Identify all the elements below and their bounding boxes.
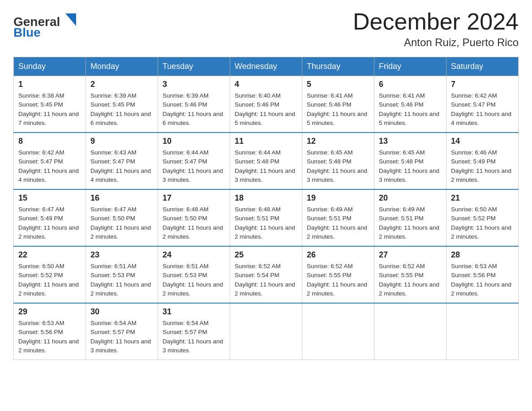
calendar-cell: 28Sunrise: 6:53 AMSunset: 5:56 PMDayligh… — [446, 246, 519, 303]
sunrise-text: Sunrise: 6:52 AM — [379, 262, 442, 271]
daylight-text: Daylight: 11 hours and 3 minutes. — [163, 167, 225, 185]
daylight-text: Daylight: 11 hours and 2 minutes. — [307, 223, 369, 242]
header-sunday: Sunday — [14, 57, 86, 76]
day-number: 16 — [90, 193, 153, 203]
sunset-text: Sunset: 5:50 PM — [163, 214, 225, 223]
daylight-text: Daylight: 11 hours and 6 minutes. — [90, 110, 153, 128]
day-number: 23 — [90, 250, 153, 260]
logo-svg: General Blue — [13, 9, 83, 40]
calendar-cell — [230, 303, 302, 360]
sunset-text: Sunset: 5:51 PM — [307, 214, 369, 223]
daylight-text: Daylight: 11 hours and 2 minutes. — [163, 223, 225, 242]
sunset-text: Sunset: 5:50 PM — [90, 214, 153, 223]
header-friday: Friday — [374, 57, 446, 76]
daylight-text: Daylight: 11 hours and 2 minutes. — [451, 167, 514, 185]
calendar-cell — [302, 303, 374, 360]
day-number: 6 — [379, 80, 442, 89]
svg-text:Blue: Blue — [13, 26, 41, 39]
calendar-cell: 8Sunrise: 6:42 AMSunset: 5:47 PMDaylight… — [14, 133, 86, 189]
sunrise-text: Sunrise: 6:44 AM — [163, 148, 225, 157]
day-info: Sunrise: 6:47 AMSunset: 5:49 PMDaylight:… — [18, 205, 81, 241]
sunset-text: Sunset: 5:45 PM — [18, 100, 81, 109]
day-info: Sunrise: 6:47 AMSunset: 5:50 PMDaylight:… — [90, 205, 153, 241]
sunset-text: Sunset: 5:56 PM — [18, 328, 81, 337]
daylight-text: Daylight: 11 hours and 2 minutes. — [163, 280, 225, 299]
daylight-text: Daylight: 11 hours and 7 minutes. — [18, 110, 81, 128]
day-number: 21 — [451, 193, 514, 203]
sunrise-text: Sunrise: 6:43 AM — [90, 148, 153, 157]
calendar-cell: 11Sunrise: 6:44 AMSunset: 5:48 PMDayligh… — [230, 133, 302, 189]
sunset-text: Sunset: 5:45 PM — [90, 100, 153, 109]
sunrise-text: Sunrise: 6:47 AM — [18, 205, 81, 214]
sunset-text: Sunset: 5:46 PM — [163, 100, 225, 109]
sunrise-text: Sunrise: 6:52 AM — [235, 262, 297, 271]
calendar-cell: 9Sunrise: 6:43 AMSunset: 5:47 PMDaylight… — [86, 133, 158, 189]
calendar-cell: 22Sunrise: 6:50 AMSunset: 5:52 PMDayligh… — [14, 246, 86, 303]
calendar-cell: 3Sunrise: 6:39 AMSunset: 5:46 PMDaylight… — [158, 76, 230, 133]
title-block: December 2024 Anton Ruiz, Puerto Rico — [353, 9, 519, 49]
day-info: Sunrise: 6:49 AMSunset: 5:51 PMDaylight:… — [379, 205, 442, 241]
day-number: 9 — [90, 137, 153, 146]
day-info: Sunrise: 6:41 AMSunset: 5:46 PMDaylight:… — [307, 91, 369, 128]
calendar-cell: 18Sunrise: 6:48 AMSunset: 5:51 PMDayligh… — [230, 189, 302, 246]
daylight-text: Daylight: 11 hours and 2 minutes. — [90, 223, 153, 242]
day-info: Sunrise: 6:43 AMSunset: 5:47 PMDaylight:… — [90, 148, 153, 184]
day-info: Sunrise: 6:48 AMSunset: 5:50 PMDaylight:… — [163, 205, 225, 241]
sunrise-text: Sunrise: 6:54 AM — [163, 319, 225, 328]
day-number: 13 — [379, 137, 442, 146]
day-number: 3 — [163, 80, 225, 89]
calendar-cell — [374, 303, 446, 360]
calendar-cell — [446, 303, 519, 360]
sunrise-text: Sunrise: 6:42 AM — [451, 91, 514, 100]
daylight-text: Daylight: 11 hours and 5 minutes. — [379, 110, 442, 128]
sunrise-text: Sunrise: 6:39 AM — [90, 91, 153, 100]
calendar-cell: 20Sunrise: 6:49 AMSunset: 5:51 PMDayligh… — [374, 189, 446, 246]
day-info: Sunrise: 6:50 AMSunset: 5:52 PMDaylight:… — [18, 262, 81, 298]
daylight-text: Daylight: 11 hours and 5 minutes. — [307, 110, 369, 128]
day-info: Sunrise: 6:52 AMSunset: 5:54 PMDaylight:… — [235, 262, 297, 298]
sunrise-text: Sunrise: 6:50 AM — [451, 205, 514, 214]
day-info: Sunrise: 6:39 AMSunset: 5:46 PMDaylight:… — [163, 91, 225, 128]
day-info: Sunrise: 6:53 AMSunset: 5:56 PMDaylight:… — [18, 319, 81, 355]
sunset-text: Sunset: 5:48 PM — [379, 157, 442, 166]
calendar-cell: 30Sunrise: 6:54 AMSunset: 5:57 PMDayligh… — [86, 303, 158, 360]
sunrise-text: Sunrise: 6:38 AM — [18, 91, 81, 100]
sunset-text: Sunset: 5:53 PM — [90, 271, 153, 280]
daylight-text: Daylight: 11 hours and 2 minutes. — [379, 280, 442, 299]
sunset-text: Sunset: 5:54 PM — [235, 271, 297, 280]
day-info: Sunrise: 6:38 AMSunset: 5:45 PMDaylight:… — [18, 91, 81, 128]
sunrise-text: Sunrise: 6:45 AM — [379, 148, 442, 157]
day-info: Sunrise: 6:45 AMSunset: 5:48 PMDaylight:… — [379, 148, 442, 184]
calendar-cell: 16Sunrise: 6:47 AMSunset: 5:50 PMDayligh… — [86, 189, 158, 246]
day-number: 22 — [18, 250, 81, 260]
calendar-header: Sunday Monday Tuesday Wednesday Thursday… — [14, 57, 519, 76]
day-number: 14 — [451, 137, 514, 146]
sunrise-text: Sunrise: 6:48 AM — [235, 205, 297, 214]
sunset-text: Sunset: 5:52 PM — [18, 271, 81, 280]
day-info: Sunrise: 6:40 AMSunset: 5:46 PMDaylight:… — [235, 91, 297, 128]
calendar-cell: 1Sunrise: 6:38 AMSunset: 5:45 PMDaylight… — [14, 76, 86, 133]
calendar-cell: 10Sunrise: 6:44 AMSunset: 5:47 PMDayligh… — [158, 133, 230, 189]
sunrise-text: Sunrise: 6:39 AM — [163, 91, 225, 100]
day-info: Sunrise: 6:44 AMSunset: 5:47 PMDaylight:… — [163, 148, 225, 184]
sunrise-text: Sunrise: 6:53 AM — [451, 262, 514, 271]
calendar-cell: 7Sunrise: 6:42 AMSunset: 5:47 PMDaylight… — [446, 76, 519, 133]
calendar-cell: 5Sunrise: 6:41 AMSunset: 5:46 PMDaylight… — [302, 76, 374, 133]
daylight-text: Daylight: 11 hours and 2 minutes. — [307, 280, 369, 299]
daylight-text: Daylight: 11 hours and 2 minutes. — [90, 280, 153, 299]
sunset-text: Sunset: 5:47 PM — [163, 157, 225, 166]
calendar-cell: 29Sunrise: 6:53 AMSunset: 5:56 PMDayligh… — [14, 303, 86, 360]
calendar-week-row: 1Sunrise: 6:38 AMSunset: 5:45 PMDaylight… — [14, 76, 519, 133]
sunrise-text: Sunrise: 6:51 AM — [163, 262, 225, 271]
daylight-text: Daylight: 11 hours and 3 minutes. — [90, 337, 153, 355]
sunset-text: Sunset: 5:48 PM — [235, 157, 297, 166]
day-info: Sunrise: 6:42 AMSunset: 5:47 PMDaylight:… — [18, 148, 81, 184]
sunrise-text: Sunrise: 6:48 AM — [163, 205, 225, 214]
sunset-text: Sunset: 5:55 PM — [307, 271, 369, 280]
sunset-text: Sunset: 5:51 PM — [235, 214, 297, 223]
day-number: 30 — [90, 307, 153, 317]
day-info: Sunrise: 6:53 AMSunset: 5:56 PMDaylight:… — [451, 262, 514, 298]
day-number: 18 — [235, 193, 297, 203]
calendar-cell: 6Sunrise: 6:41 AMSunset: 5:46 PMDaylight… — [374, 76, 446, 133]
sunset-text: Sunset: 5:57 PM — [90, 328, 153, 337]
